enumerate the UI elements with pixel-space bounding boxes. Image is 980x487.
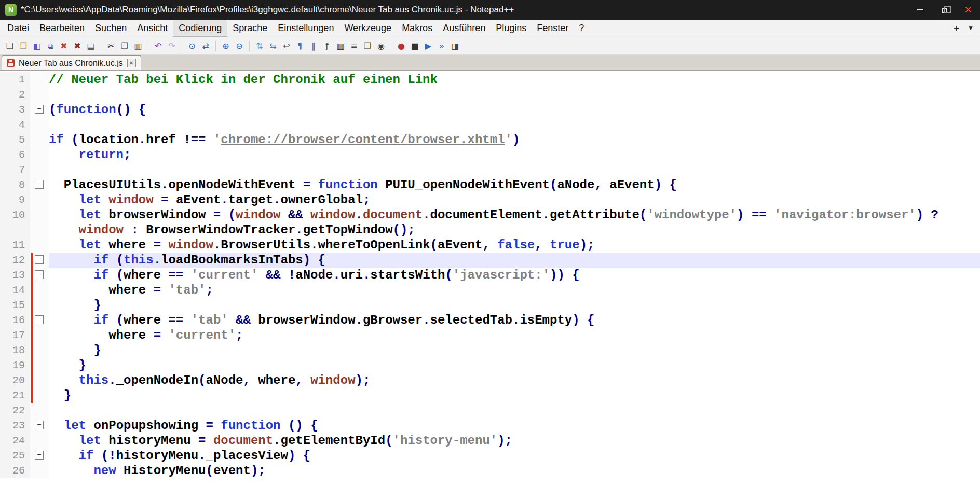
fold-toggle-icon[interactable]: − (35, 270, 44, 279)
close-all-icon[interactable]: ✖ (71, 40, 84, 52)
tab-close-icon[interactable]: ✕ (127, 59, 136, 67)
code-line[interactable]: if (where == 'current' && !aNode.uri.sta… (49, 268, 980, 283)
code-line[interactable]: let historyMenu = document.getElementByI… (49, 433, 980, 448)
fold-margin: − (30, 313, 49, 328)
close-button[interactable]: ✕ (956, 0, 980, 20)
code-line[interactable] (49, 403, 980, 418)
menu-plugins[interactable]: Plugins (491, 20, 532, 37)
fold-toggle-icon[interactable]: − (35, 255, 44, 264)
macro-play-icon[interactable]: ▶ (422, 40, 434, 52)
tab-neuer-tab-aus-chronik[interactable]: Neuer Tab aus Chronik.uc.js ✕ (2, 55, 141, 70)
code-line[interactable]: let window = aEvent.target.ownerGlobal; (49, 192, 980, 207)
code-line[interactable]: } (49, 388, 980, 403)
show-all-characters-icon[interactable]: ¶ (294, 40, 306, 52)
menu-datei[interactable]: Datei (2, 20, 34, 37)
code-line[interactable]: if (location.href !== 'chrome://browser/… (49, 132, 980, 147)
save-icon[interactable]: ◧ (31, 40, 43, 52)
menu-einstellungen[interactable]: Einstellungen (273, 20, 339, 37)
menu-codierung[interactable]: Codierung (173, 20, 227, 37)
undo-icon[interactable]: ↶ (152, 40, 165, 52)
code-line[interactable]: if (where == 'tab' && browserWindow.gBro… (49, 313, 980, 328)
minimize-button[interactable] (908, 0, 932, 20)
replace-icon[interactable]: ⇄ (199, 40, 212, 52)
document-list-icon[interactable]: ≡ (348, 40, 360, 52)
code-line[interactable] (49, 162, 980, 177)
find-icon[interactable]: ⊙ (186, 40, 198, 52)
indent-guide-icon[interactable]: ∥ (307, 40, 320, 52)
menu-makros[interactable]: Makros (397, 20, 438, 37)
code-line[interactable]: // Neuer Tab bei Klick in der Chronik au… (49, 72, 980, 87)
menu-suchen[interactable]: Suchen (90, 20, 132, 37)
function-list-icon[interactable]: ƒ (321, 40, 333, 52)
line-number: 6 (0, 147, 30, 162)
code-line[interactable]: let where = window.BrowserUtils.whereToO… (49, 238, 980, 253)
zoom-out-icon[interactable]: ⊖ (233, 40, 246, 52)
paste-icon[interactable]: ▥ (132, 40, 144, 52)
tab-list-button[interactable]: ▼ (968, 23, 974, 33)
sync-scroll-vertical-icon[interactable]: ⇅ (253, 40, 266, 52)
code-line[interactable]: let browserWindow = (window && window.do… (49, 207, 980, 222)
line-number: 25 (0, 448, 30, 463)
word-wrap-icon[interactable]: ↩ (280, 40, 293, 52)
code-line[interactable]: if (!historyMenu._placesView) { (49, 448, 980, 463)
new-tab-button[interactable]: + (954, 23, 959, 33)
menu-ansicht[interactable]: Ansicht (132, 20, 173, 37)
menu-ausf-hren[interactable]: Ausführen (438, 20, 491, 37)
sync-scroll-horizontal-icon[interactable]: ⇆ (267, 40, 279, 52)
macro-save-icon[interactable]: ◨ (449, 40, 461, 52)
restore-button[interactable] (932, 0, 956, 20)
code-line[interactable]: } (49, 298, 980, 313)
close-icon[interactable]: ✖ (58, 40, 70, 52)
macro-run-multiple-icon[interactable]: » (435, 40, 448, 52)
change-marker (31, 328, 33, 343)
fold-toggle-icon[interactable]: − (35, 421, 44, 429)
menu-sprache[interactable]: Sprache (227, 20, 273, 37)
code-editor[interactable]: 1// Neuer Tab bei Klick in der Chronik a… (0, 71, 980, 487)
code-line[interactable] (49, 117, 980, 132)
code-line[interactable]: PlacesUIUtils.openNodeWithEvent = functi… (49, 177, 980, 192)
fold-toggle-icon[interactable]: − (35, 105, 44, 114)
copy-icon[interactable]: ❐ (118, 40, 131, 52)
print-icon[interactable]: ▤ (85, 40, 97, 52)
line-number: 16 (0, 313, 30, 328)
menu-bearbeiten[interactable]: Bearbeiten (34, 20, 90, 37)
fold-toggle-icon[interactable]: − (35, 180, 44, 189)
fold-margin (30, 72, 49, 87)
code-line[interactable]: new HistoryMenu(event); (49, 463, 980, 478)
editor-row: 7 (0, 162, 980, 177)
menu-fenster[interactable]: Fenster (532, 20, 574, 37)
redo-icon[interactable]: ↷ (166, 40, 178, 52)
line-number: 12 (0, 253, 30, 268)
cut-icon[interactable]: ✂ (105, 40, 117, 52)
folder-as-workspace-icon[interactable]: ❒ (361, 40, 374, 52)
fold-margin (30, 222, 49, 238)
code-line[interactable]: this._openNodeIn(aNode, where, window); (49, 373, 980, 388)
macro-record-icon[interactable]: ● (395, 40, 407, 52)
fold-toggle-icon[interactable]: − (35, 315, 44, 324)
fold-margin (30, 132, 49, 147)
code-line[interactable]: window : BrowserWindowTracker.getTopWind… (49, 222, 980, 238)
fold-toggle-icon[interactable]: − (35, 451, 44, 460)
code-line[interactable]: } (49, 358, 980, 373)
code-line[interactable] (49, 87, 980, 102)
new-file-icon[interactable]: ❏ (4, 40, 16, 52)
code-line[interactable]: (function() { (49, 102, 980, 117)
code-line[interactable]: where = 'tab'; (49, 283, 980, 298)
change-marker (31, 268, 33, 283)
menu-?[interactable]: ? (574, 20, 589, 37)
macro-stop-icon[interactable]: ■ (409, 40, 421, 52)
code-line[interactable]: if (this.loadBookmarksInTabs) { (49, 253, 980, 268)
save-all-icon[interactable]: ⧉ (44, 40, 57, 52)
open-file-icon[interactable]: ❒ (17, 40, 30, 52)
code-line[interactable]: return; (49, 147, 980, 162)
code-line[interactable]: } (49, 343, 980, 358)
zoom-in-icon[interactable]: ⊕ (220, 40, 232, 52)
code-line[interactable]: where = 'current'; (49, 328, 980, 343)
document-map-icon[interactable]: ▥ (334, 40, 347, 52)
editor-row: 5if (location.href !== 'chrome://browser… (0, 132, 980, 147)
code-line[interactable]: let onPopupshowing = function () { (49, 418, 980, 433)
menu-werkzeuge[interactable]: Werkzeuge (339, 20, 397, 37)
monitoring-icon[interactable]: ◉ (375, 40, 387, 52)
menubar: DateiBearbeitenSuchenAnsichtCodierungSpr… (0, 20, 980, 37)
editor-row: 8− PlacesUIUtils.openNodeWithEvent = fun… (0, 177, 980, 192)
